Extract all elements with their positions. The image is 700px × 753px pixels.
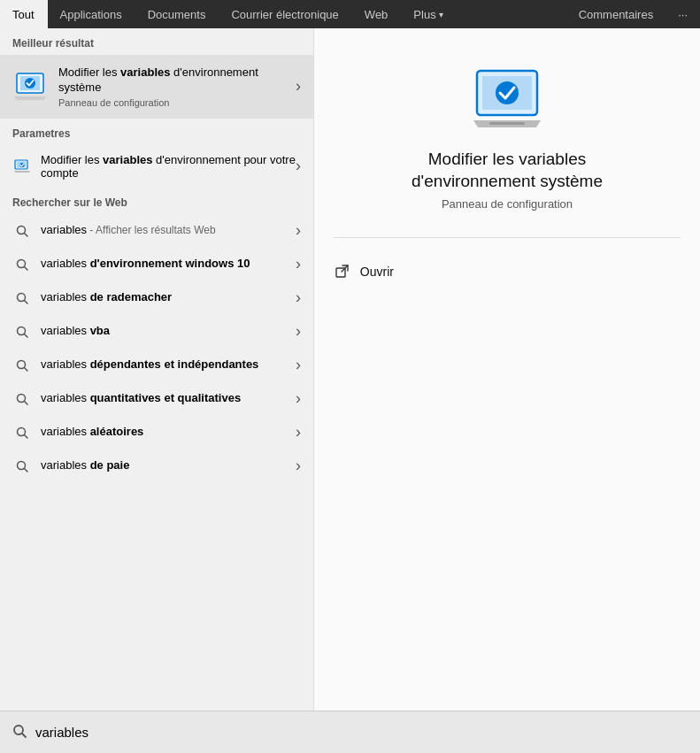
web-item-1-text: variables d'environnement windows 10 xyxy=(41,257,296,272)
parametres-item-0-icon xyxy=(12,157,32,176)
web-item-1-arrow xyxy=(296,255,301,273)
best-result-text: Modifier les variables d'environnement s… xyxy=(58,65,296,108)
web-item-4[interactable]: variables dépendantes et indépendantes xyxy=(0,349,313,382)
right-panel-icon xyxy=(472,64,542,134)
web-item-3[interactable]: variables vba xyxy=(0,315,313,349)
svg-line-15 xyxy=(25,367,28,371)
svg-line-29 xyxy=(22,734,26,737)
web-item-6[interactable]: variables aléatoires xyxy=(0,416,313,449)
best-result-icon xyxy=(12,69,48,104)
open-icon xyxy=(334,263,351,280)
web-item-7-text: variables de paie xyxy=(41,458,296,473)
search-icon-5 xyxy=(12,389,32,409)
web-item-2-arrow xyxy=(296,288,301,307)
web-item-2-text: variables de rademacher xyxy=(41,290,296,305)
open-action[interactable]: Ouvrir xyxy=(334,256,681,288)
parametres-item-0[interactable]: Modifier les variables d'environnement p… xyxy=(0,145,313,188)
right-panel-subtitle: Panneau de configuration xyxy=(442,197,573,211)
web-item-6-arrow xyxy=(296,423,301,442)
parametres-section-title: Parametres xyxy=(0,119,313,145)
parametres-item-0-arrow xyxy=(296,157,301,175)
tab-web[interactable]: Web xyxy=(352,0,402,28)
web-item-1[interactable]: variables d'environnement windows 10 xyxy=(0,248,313,281)
web-section-title: Rechercher sur le Web xyxy=(0,188,313,214)
web-item-4-arrow xyxy=(296,356,301,374)
svg-rect-24 xyxy=(489,122,525,125)
tab-courrier[interactable]: Courrier électronique xyxy=(219,0,351,28)
more-options-button[interactable]: ··· xyxy=(665,0,700,28)
web-item-0[interactable]: variables - Afficher les résultats Web xyxy=(0,214,313,248)
best-result-arrow xyxy=(296,77,301,96)
web-item-5-text: variables quantitatives et qualitatives xyxy=(41,391,296,406)
right-panel-title: Modifier les variables d'environnement s… xyxy=(374,149,640,192)
tab-tout[interactable]: Tout xyxy=(0,0,48,28)
left-panel: Meilleur résultat Modifier les variables… xyxy=(0,28,314,711)
web-item-4-text: variables dépendantes et indépendantes xyxy=(41,357,296,373)
svg-line-13 xyxy=(25,334,28,337)
search-icon-4 xyxy=(12,356,32,375)
right-panel: Modifier les variables d'environnement s… xyxy=(314,28,700,711)
chevron-down-icon: ▾ xyxy=(439,10,443,19)
search-bar xyxy=(0,711,700,753)
search-icon-2 xyxy=(12,288,32,308)
tab-plus[interactable]: Plus ▾ xyxy=(401,0,456,28)
nav-spacer xyxy=(457,0,566,28)
top-navigation: Tout Applications Documents Courrier éle… xyxy=(0,0,700,28)
search-input[interactable] xyxy=(35,725,688,740)
best-result-item[interactable]: Modifier les variables d'environnement s… xyxy=(0,55,313,119)
svg-line-17 xyxy=(25,401,28,404)
web-item-6-text: variables aléatoires xyxy=(41,425,296,440)
search-icon-0 xyxy=(12,221,32,241)
web-item-5-arrow xyxy=(296,389,301,408)
commentaires-button[interactable]: Commentaires xyxy=(566,0,666,28)
web-item-7-arrow xyxy=(296,457,301,475)
svg-line-21 xyxy=(25,468,28,472)
best-result-section-title: Meilleur résultat xyxy=(0,28,313,55)
web-item-3-arrow xyxy=(296,322,301,341)
web-item-7[interactable]: variables de paie xyxy=(0,449,313,483)
right-panel-divider xyxy=(334,237,681,238)
parametres-item-0-text: Modifier les variables d'environnement p… xyxy=(41,153,296,180)
search-icon-7 xyxy=(12,457,32,476)
web-item-0-arrow xyxy=(296,221,301,240)
search-icon-3 xyxy=(12,322,32,342)
tab-documents[interactable]: Documents xyxy=(135,0,219,28)
web-item-5[interactable]: variables quantitatives et qualitatives xyxy=(0,382,313,416)
web-item-0-text: variables - Afficher les résultats Web xyxy=(41,223,296,238)
svg-line-9 xyxy=(25,266,28,270)
tab-applications[interactable]: Applications xyxy=(48,0,135,28)
search-icon-6 xyxy=(12,423,32,442)
web-item-2[interactable]: variables de rademacher xyxy=(0,281,313,315)
svg-line-7 xyxy=(25,233,28,236)
web-item-3-text: variables vba xyxy=(41,324,296,339)
svg-line-19 xyxy=(25,434,28,438)
search-bar-icon xyxy=(12,724,27,741)
main-content: Meilleur résultat Modifier les variables… xyxy=(0,28,700,711)
svg-line-11 xyxy=(25,300,28,304)
search-icon-1 xyxy=(12,255,32,274)
open-label: Ouvrir xyxy=(360,265,394,279)
